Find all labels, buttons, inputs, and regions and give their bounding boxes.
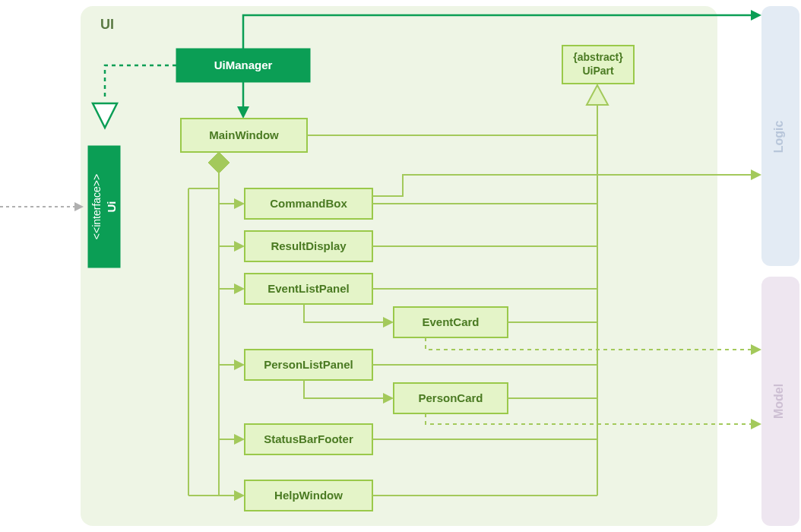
external-model-label: Model — [772, 384, 785, 419]
arrowhead-uimanager-to-logic — [751, 10, 761, 21]
uimanager-label: UiManager — [214, 59, 273, 71]
uipart-name: UiPart — [582, 65, 614, 77]
helpwindow-label: HelpWindow — [274, 489, 343, 502]
personcard-label: PersonCard — [418, 391, 483, 404]
personlistpanel-label: PersonListPanel — [264, 358, 353, 371]
arrowhead-personcard-to-model — [751, 419, 761, 429]
arrowhead-commandbox-to-logic — [751, 169, 761, 180]
external-logic-label: Logic — [772, 121, 785, 154]
arrowhead-eventcard-to-model — [751, 344, 761, 355]
ui-interface-stereotype: <<interface>> — [90, 174, 103, 239]
resultdisplay-label: ResultDisplay — [271, 239, 347, 252]
uipart-tag: {abstract} — [573, 51, 623, 63]
mainwindow-label: MainWindow — [209, 128, 279, 141]
eventcard-label: EventCard — [422, 315, 479, 328]
statusbarfooter-label: StatusBarFooter — [264, 432, 353, 445]
uml-diagram: UI Logic Model <<interface>> Ui UiManage… — [0, 0, 801, 532]
package-ui-label: UI — [100, 17, 114, 32]
commandbox-label: CommandBox — [270, 197, 347, 210]
eventlistpanel-label: EventListPanel — [268, 282, 350, 295]
ui-interface-name: Ui — [105, 201, 118, 213]
